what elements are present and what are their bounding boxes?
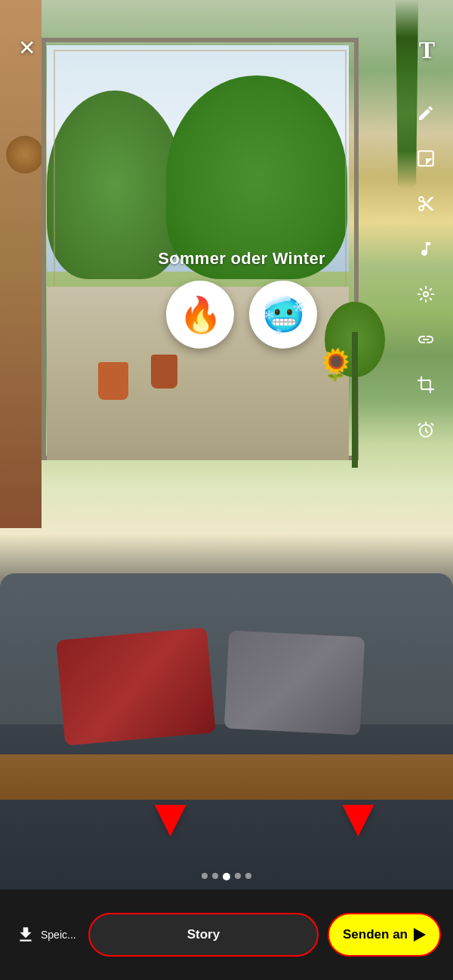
photo-background: 🌻 [0,0,453,890]
wall-basket [6,136,44,174]
page-dot-5 [245,873,251,879]
page-dot-4 [235,873,241,879]
svg-point-1 [424,292,428,296]
right-toolbar [411,98,441,445]
annotation-arrow-left: ▼ [143,790,197,844]
scissors-tool-button[interactable] [411,189,441,219]
story-button-wrapper: Story [88,913,319,957]
poll-option-cold[interactable]: 🥶 [249,281,317,349]
red-pillow [56,628,215,746]
send-button-label: Senden an [343,927,408,942]
page-indicator [0,873,453,880]
poll-question: Sommer oder Winter [106,249,378,269]
text-tool-button[interactable]: T [419,38,435,62]
save-label: Speic... [41,929,76,941]
send-button[interactable]: Senden an [328,913,441,957]
page-dot-3-active [223,873,230,880]
page-dot-2 [212,873,218,879]
sunflower: 🌻 [317,347,355,382]
poll-option-fire[interactable]: 🔥 [166,281,234,349]
annotation-arrow-right: ▼ [331,790,385,844]
save-icon [15,924,36,945]
pencil-tool-button[interactable] [411,98,441,128]
link-tool-button[interactable] [411,324,441,355]
sticker-tool-button[interactable] [411,143,441,174]
close-button[interactable]: ✕ [18,38,35,59]
timer-tool-button[interactable] [411,415,441,445]
wood-floor [0,754,453,800]
story-button[interactable]: Story [88,913,319,957]
page-dot-1 [202,873,208,879]
music-tool-button[interactable] [411,234,441,264]
send-arrow-icon [414,928,426,942]
save-button[interactable]: Speic... [12,924,79,945]
story-button-label: Story [187,927,220,942]
top-toolbar: ✕ T [0,0,453,75]
left-wall [0,0,42,528]
large-plant [325,302,385,468]
effects-tool-button[interactable] [411,279,441,309]
plant-pot-1 [98,362,128,400]
bottom-action-bar: Speic... Story Senden an [0,889,453,980]
gray-pillow [224,630,365,735]
plant-pot-2 [151,355,177,389]
crop-tool-button[interactable] [411,370,441,400]
